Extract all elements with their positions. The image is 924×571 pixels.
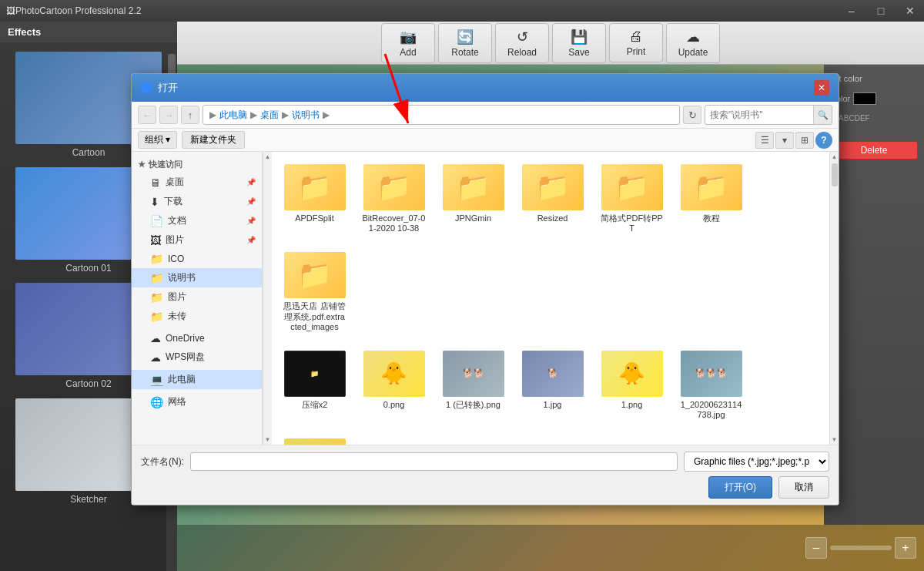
nav-item-thispc[interactable]: 💻 此电脑 [132, 370, 262, 389]
grid-scrollbar-thumb[interactable] [832, 163, 838, 186]
file-thumb-1jpg: 🐕 [522, 351, 584, 397]
dialog-nav-toolbar: ← → ↑ ▶ 此电脑 ▶ 桌面 ▶ 说明书 ▶ ↻ 🔍 [132, 102, 839, 129]
new-folder-button[interactable]: 新建文件夹 [182, 131, 245, 149]
list-item[interactable]: 🐕 1.jpg [516, 344, 589, 426]
tupian-label: 图片 [168, 291, 186, 304]
list-item[interactable]: 教程 [675, 158, 748, 240]
open-button[interactable]: 打开(O) [708, 476, 772, 499]
nav-item-tupian[interactable]: 📁 图片 [132, 287, 262, 307]
nav-item-ico[interactable]: 📁 ICO [132, 250, 262, 268]
dialog-title-text: 打开 [158, 81, 178, 95]
file-thumb-1_2020: 🐕🐕🐕 [681, 351, 742, 397]
folder-thumb-apdf [284, 164, 346, 210]
breadcrumb-shuomingshu[interactable]: 说明书 [292, 109, 320, 122]
list-item[interactable]: 🐥 2.png [278, 432, 351, 445]
dialog-body: ★ 快速访问 🖥 桌面 📌 ⬇ 下载 📌 [132, 152, 839, 445]
list-item[interactable]: BitRecover_07-01-2020 10-38 [357, 158, 430, 240]
view-list-button[interactable]: ☰ [755, 132, 774, 149]
file-name-pdf2ppt: 简格式PDF转PPT [600, 213, 664, 233]
nav-item-weichuan[interactable]: 📁 未传 [132, 307, 262, 326]
grid-scroll-up[interactable]: ▲ [832, 153, 838, 160]
search-input[interactable] [705, 107, 813, 123]
list-item[interactable]: 🐕🐕 1 (已转换).png [437, 344, 510, 426]
pin-icon-downloads: 📌 [246, 197, 256, 206]
list-item[interactable]: 🐥 1.png [595, 344, 668, 426]
list-item[interactable]: 思迅天店 店铺管理系统.pdf.extracted_images [278, 246, 351, 338]
breadcrumb-arrow3: ▶ [323, 109, 330, 120]
quick-access-header: ★ 快速访问 [132, 156, 262, 173]
file-name-shop: 思迅天店 店铺管理系统.pdf.extracted_images [283, 301, 346, 332]
filename-row: 文件名(N): Graphic files (*.jpg;*.jpeg;*.p [141, 452, 829, 472]
file-name-1_2020: 1_20200623114738.jpg [679, 400, 743, 420]
folder-thumb-pdf2ppt [601, 164, 663, 210]
pin-icon-documents: 📌 [246, 217, 256, 225]
breadcrumb-desktop[interactable]: 桌面 [260, 109, 279, 122]
list-item[interactable]: 🐥 0.png [357, 344, 430, 426]
nav-item-shuomingshu[interactable]: 📁 说明书 [132, 268, 262, 287]
nav-item-downloads[interactable]: ⬇ 下载 📌 [132, 192, 262, 211]
onedrive-label: OneDrive [166, 333, 205, 344]
network-label: 网络 [168, 395, 186, 408]
grid-scroll-down[interactable]: ▼ [832, 436, 838, 443]
nav-item-onedrive[interactable]: ☁ OneDrive [132, 329, 262, 348]
tupian-icon: 📁 [150, 291, 163, 304]
refresh-button[interactable]: ↻ [683, 106, 701, 124]
nav-scroll-up[interactable]: ▲ [265, 153, 271, 160]
search-bar: 🔍 [705, 105, 832, 125]
list-item[interactable]: Resized [516, 158, 589, 240]
dialog-toolbar2: 组织 ▾ 新建文件夹 ☰ ▾ ⊞ ? [132, 129, 839, 152]
breadcrumb-arrow2: ▶ [282, 109, 289, 120]
nav-pane: ★ 快速访问 🖥 桌面 📌 ⬇ 下载 📌 [132, 152, 263, 445]
list-item[interactable]: APDFSplit [278, 158, 351, 240]
view-columns-button[interactable]: ⊞ [795, 132, 814, 149]
cancel-button[interactable]: 取消 [778, 476, 829, 499]
dialog-icon [141, 82, 152, 93]
list-item[interactable]: 简格式PDF转PPT [595, 158, 668, 240]
star-icon: ★ [138, 160, 146, 170]
downloads-icon: ⬇ [150, 196, 159, 208]
nav-item-documents[interactable]: 📄 文档 📌 [132, 211, 262, 230]
open-file-dialog: 打开 ✕ ← → ↑ ▶ 此电脑 ▶ 桌面 ▶ 说明书 ▶ ↻ 🔍 [131, 73, 839, 506]
search-icon-button[interactable]: 🔍 [813, 106, 832, 124]
nav-item-wps[interactable]: ☁ WPS网盘 [132, 348, 262, 367]
nav-up-button[interactable]: ↑ [181, 106, 199, 124]
nav-back-button[interactable]: ← [138, 106, 156, 124]
shuomingshu-label: 说明书 [168, 271, 196, 284]
desktop-icon: 🖥 [150, 176, 161, 189]
pictures-icon: 🖼 [150, 234, 161, 247]
view-controls: ☰ ▾ ⊞ ? [755, 132, 832, 149]
file-thumb-1png: 🐥 [601, 351, 663, 397]
dialog-overlay: 打开 ✕ ← → ↑ ▶ 此电脑 ▶ 桌面 ▶ 说明书 ▶ ↻ 🔍 [0, 0, 924, 571]
list-item[interactable]: 📁 压缩x2 [278, 344, 351, 426]
help-button[interactable]: ? [815, 132, 832, 149]
file-thumb-2png: 🐥 [284, 438, 346, 445]
breadcrumb-computer[interactable]: 此电脑 [219, 109, 247, 122]
shuomingshu-icon: 📁 [150, 272, 163, 284]
list-item[interactable]: 🐕🐕🐕 1_20200623114738.jpg [675, 344, 748, 426]
wps-icon: ☁ [150, 351, 161, 364]
nav-item-desktop[interactable]: 🖥 桌面 📌 [132, 173, 262, 192]
folder-thumb-resized [522, 164, 584, 210]
nav-item-network[interactable]: 🌐 网络 [132, 392, 262, 411]
thispc-label: 此电脑 [168, 373, 196, 386]
breadcrumb-bar: ▶ 此电脑 ▶ 桌面 ▶ 说明书 ▶ [203, 105, 680, 125]
thispc-icon: 💻 [150, 374, 163, 386]
documents-icon: 📄 [150, 215, 163, 227]
documents-label: 文档 [168, 214, 186, 227]
nav-item-pictures[interactable]: 🖼 图片 📌 [132, 230, 262, 250]
ico-icon: 📁 [150, 253, 163, 265]
nav-scroll-down[interactable]: ▼ [265, 436, 271, 443]
list-item[interactable]: JPNGmin [437, 158, 510, 240]
folder-thumb-jpng [443, 164, 504, 210]
filetype-select[interactable]: Graphic files (*.jpg;*.jpeg;*.p [684, 452, 829, 472]
filename-input[interactable] [190, 452, 678, 471]
organize-button[interactable]: 组织 ▾ [138, 131, 177, 149]
nav-forward-button[interactable]: → [159, 106, 178, 124]
thispc-section: 💻 此电脑 [132, 370, 262, 389]
file-name-1png: 1.png [621, 400, 643, 410]
dialog-close-button[interactable]: ✕ [814, 80, 829, 96]
view-dropdown-button[interactable]: ▾ [775, 132, 794, 149]
file-thumb-compress: 📁 [284, 351, 346, 397]
desktop-label: 桌面 [166, 176, 184, 189]
file-name-apdf: APDFSplit [295, 213, 334, 223]
